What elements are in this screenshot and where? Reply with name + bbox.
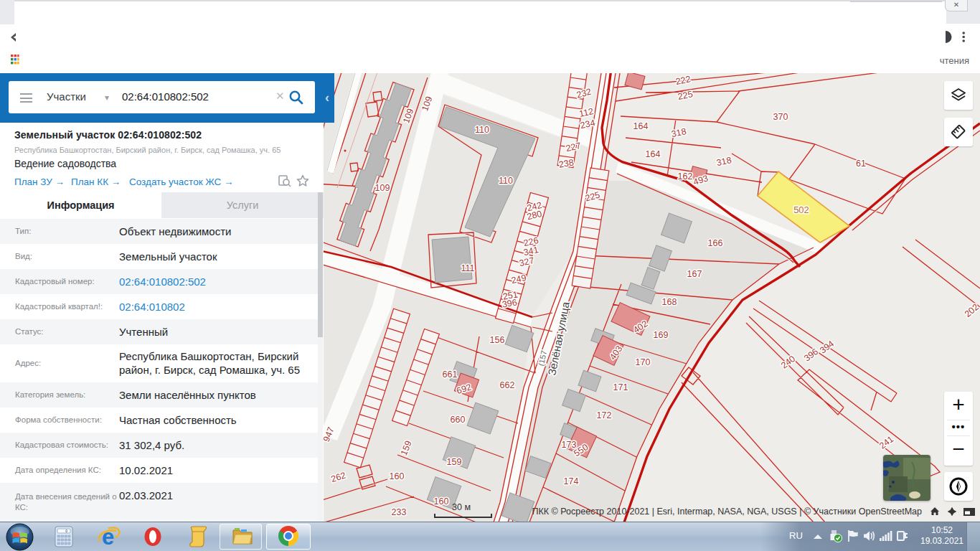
svg-text:110: 110	[475, 125, 489, 135]
svg-text:162: 162	[678, 171, 693, 182]
svg-text:168: 168	[662, 297, 677, 307]
svg-text:169: 169	[654, 330, 669, 340]
svg-text:109: 109	[375, 183, 390, 193]
svg-text:156: 156	[490, 335, 505, 345]
svg-text:171: 171	[613, 382, 628, 392]
svg-text:111: 111	[461, 263, 474, 273]
svg-text:170: 170	[636, 357, 651, 367]
svg-text:166: 166	[708, 238, 723, 248]
svg-text:164: 164	[633, 121, 649, 131]
svg-text:61: 61	[856, 159, 866, 169]
svg-text:174: 174	[564, 476, 579, 486]
svg-text:233: 233	[392, 507, 407, 517]
svg-text:160: 160	[434, 496, 449, 507]
svg-text:0: 0	[65, 529, 67, 533]
svg-text:502: 502	[793, 204, 809, 215]
svg-text:e: e	[102, 526, 114, 547]
svg-text:660: 660	[451, 415, 466, 425]
svg-text:172: 172	[597, 410, 612, 420]
svg-text:661: 661	[443, 369, 458, 380]
svg-text:160: 160	[390, 471, 405, 481]
svg-text:167: 167	[687, 269, 702, 279]
svg-text:370: 370	[773, 112, 788, 122]
svg-text:110: 110	[499, 176, 513, 186]
svg-text:159: 159	[447, 457, 462, 467]
svg-text:164: 164	[646, 149, 661, 159]
svg-text:662: 662	[500, 380, 515, 390]
